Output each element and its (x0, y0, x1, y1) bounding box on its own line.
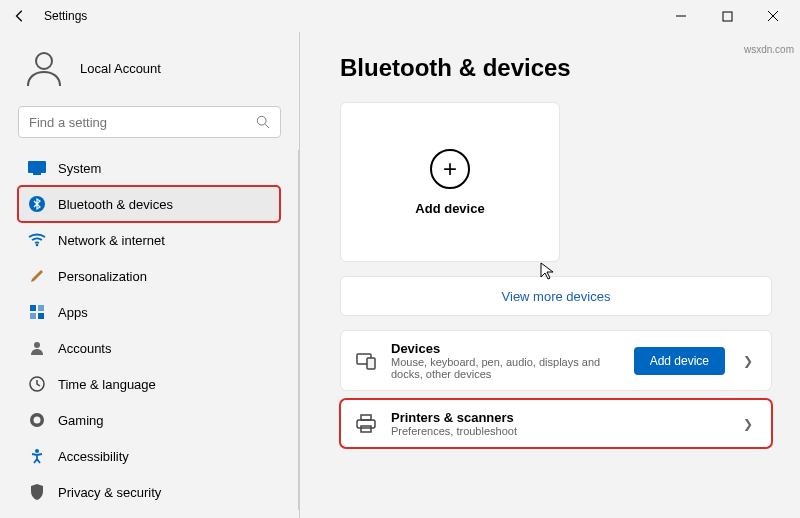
svg-point-8 (36, 244, 39, 247)
svg-line-4 (265, 124, 269, 128)
svg-rect-10 (38, 305, 44, 311)
printer-icon (355, 413, 377, 435)
add-device-tile[interactable]: + Add device (340, 102, 560, 262)
nav-label: Network & internet (58, 233, 165, 248)
svg-rect-1 (723, 12, 732, 21)
nav-label: System (58, 161, 101, 176)
accessibility-icon (28, 447, 46, 465)
svg-rect-21 (357, 420, 375, 428)
nav-label: Personalization (58, 269, 147, 284)
devices-title: Devices (391, 341, 620, 356)
nav-label: Bluetooth & devices (58, 197, 173, 212)
search-input[interactable] (29, 115, 256, 130)
svg-point-3 (257, 116, 266, 125)
nav-privacy[interactable]: Privacy & security (18, 474, 280, 510)
search-icon (256, 115, 270, 129)
svg-point-2 (36, 53, 52, 69)
chevron-right-icon: ❯ (739, 354, 757, 368)
bluetooth-icon (28, 195, 46, 213)
search-box[interactable] (18, 106, 281, 138)
svg-rect-22 (361, 426, 371, 432)
svg-point-17 (35, 449, 39, 453)
nav-gaming[interactable]: Gaming (18, 402, 280, 438)
printers-subtitle: Preferences, troubleshoot (391, 425, 725, 437)
arrow-left-icon (13, 9, 27, 23)
devices-row[interactable]: Devices Mouse, keyboard, pen, audio, dis… (340, 330, 772, 391)
nav-accessibility[interactable]: Accessibility (18, 438, 280, 474)
printers-title: Printers & scanners (391, 410, 725, 425)
view-more-label: View more devices (502, 289, 611, 304)
shield-icon (28, 483, 46, 501)
avatar-icon (22, 46, 66, 90)
plus-icon: + (430, 149, 470, 189)
page-title: Bluetooth & devices (340, 54, 772, 82)
window-title: Settings (44, 9, 87, 23)
nav-system[interactable]: System (18, 150, 280, 186)
sidebar: Local Account System Bluetooth & devices… (0, 32, 300, 518)
minimize-button[interactable] (658, 0, 704, 32)
nav-bluetooth-devices[interactable]: Bluetooth & devices (18, 186, 280, 222)
maximize-icon (722, 11, 733, 22)
nav-time-language[interactable]: Time & language (18, 366, 280, 402)
apps-icon (28, 303, 46, 321)
svg-rect-9 (30, 305, 36, 311)
nav-label: Apps (58, 305, 88, 320)
devices-icon (355, 350, 377, 372)
wifi-icon (28, 231, 46, 249)
nav-personalization[interactable]: Personalization (18, 258, 280, 294)
account-block[interactable]: Local Account (22, 46, 281, 90)
view-more-devices-button[interactable]: View more devices (340, 276, 772, 316)
devices-subtitle: Mouse, keyboard, pen, audio, displays an… (391, 356, 620, 380)
nav-label: Time & language (58, 377, 156, 392)
cursor-icon (540, 262, 554, 284)
svg-rect-12 (38, 313, 44, 319)
gaming-icon (28, 411, 46, 429)
nav-label: Accounts (58, 341, 111, 356)
chevron-right-icon: ❯ (739, 417, 757, 431)
svg-point-16 (34, 417, 41, 424)
clock-icon (28, 375, 46, 393)
svg-rect-11 (30, 313, 36, 319)
maximize-button[interactable] (704, 0, 750, 32)
svg-rect-5 (28, 161, 46, 173)
watermark: wsxdn.com (744, 44, 794, 55)
nav-accounts[interactable]: Accounts (18, 330, 280, 366)
minimize-icon (675, 10, 687, 22)
add-device-button[interactable]: Add device (634, 347, 725, 375)
svg-point-13 (34, 342, 40, 348)
person-icon (28, 339, 46, 357)
nav-label: Accessibility (58, 449, 129, 464)
account-name: Local Account (80, 61, 161, 76)
svg-rect-19 (367, 358, 375, 369)
close-icon (767, 10, 779, 22)
nav-apps[interactable]: Apps (18, 294, 280, 330)
close-button[interactable] (750, 0, 796, 32)
nav-label: Gaming (58, 413, 104, 428)
brush-icon (28, 267, 46, 285)
back-button[interactable] (4, 0, 36, 32)
svg-rect-6 (33, 173, 41, 175)
add-device-label: Add device (415, 201, 484, 216)
nav-label: Privacy & security (58, 485, 161, 500)
nav-network[interactable]: Network & internet (18, 222, 280, 258)
printers-scanners-row[interactable]: Printers & scanners Preferences, trouble… (340, 399, 772, 448)
system-icon (28, 159, 46, 177)
titlebar: Settings (0, 0, 800, 32)
